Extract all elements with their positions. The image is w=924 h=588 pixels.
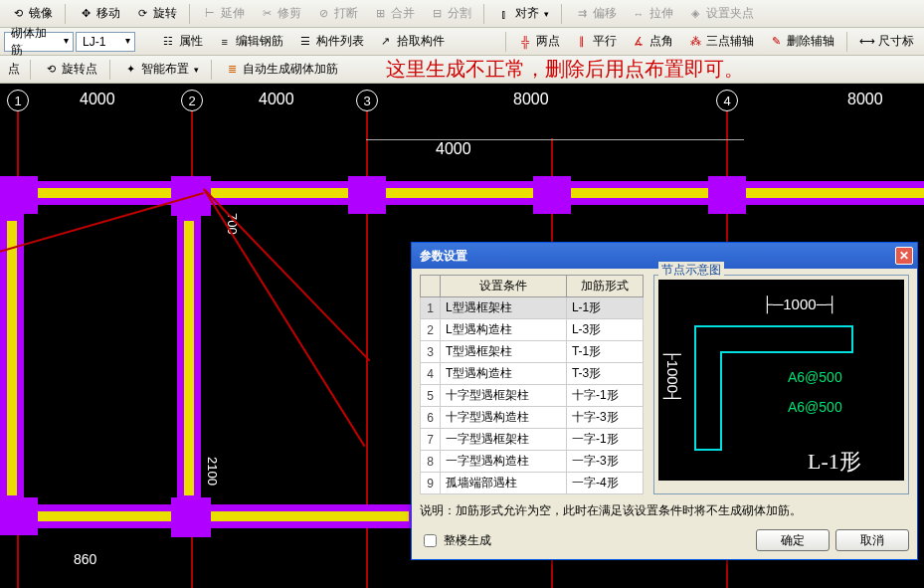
beam-b2: [205, 511, 409, 521]
component-combo[interactable]: LJ-1: [76, 32, 135, 52]
extend-button[interactable]: ⊢延伸: [196, 2, 251, 25]
row-index: 2: [421, 319, 441, 341]
break-label: 打断: [334, 5, 358, 22]
pick-icon: ↗: [378, 34, 394, 50]
component-list-button[interactable]: ☰构件列表: [291, 30, 370, 53]
row-condition: 十字型遇构造柱: [441, 407, 567, 429]
split-button[interactable]: ⊟分割: [423, 2, 477, 25]
dropdown-icon: ▾: [194, 65, 199, 75]
table-row[interactable]: 4T型遇构造柱T-3形: [421, 363, 644, 385]
two-point-button[interactable]: ╬两点: [511, 30, 566, 53]
grid-bubble-4: 4: [716, 90, 738, 111]
col-3: [348, 176, 386, 214]
dim-mark-button[interactable]: ⟷尺寸标: [853, 30, 920, 53]
row-index: 3: [421, 341, 441, 363]
vdim-2100: 2100: [205, 457, 220, 486]
table-row[interactable]: 3T型遇框架柱T-1形: [421, 341, 644, 363]
table-row[interactable]: 5十字型遇框架柱十字-1形: [421, 385, 644, 407]
row-form: L-3形: [566, 319, 643, 341]
row-form: L-1形: [566, 297, 643, 319]
pick-label: 拾取构件: [397, 33, 445, 50]
legend-spec-1: A6@500: [788, 369, 842, 385]
legend-spec-2: A6@500: [788, 399, 842, 415]
table-row[interactable]: 6十字型遇构造柱十字-3形: [421, 407, 644, 429]
row-form: 十字-3形: [566, 407, 643, 429]
break-icon: ⊘: [315, 6, 331, 22]
row-form: 一字-3形: [566, 451, 643, 473]
rebar-icon: ≡: [217, 34, 233, 50]
delete-aux-button[interactable]: ✎删除辅轴: [762, 30, 840, 53]
fixture-label: 设置夹点: [706, 5, 754, 22]
rotate-button[interactable]: ⟳旋转: [128, 2, 183, 25]
whole-floor-input[interactable]: [424, 534, 437, 547]
whole-floor-label: 整楼生成: [444, 532, 491, 549]
two-point-label: 两点: [536, 33, 560, 50]
point-angle-button[interactable]: ∡点角: [625, 30, 679, 53]
whole-floor-checkbox[interactable]: 整楼生成: [420, 531, 491, 550]
category-combo[interactable]: 砌体加筋: [4, 32, 74, 52]
table-row[interactable]: 7一字型遇框架柱一字-1形: [421, 429, 644, 451]
stretch-button[interactable]: ↔拉伸: [625, 2, 679, 25]
parallel-button[interactable]: ∥平行: [568, 30, 623, 53]
close-icon: ✕: [899, 249, 909, 263]
table-row[interactable]: 2L型遇构造柱L-3形: [421, 319, 644, 341]
extend-icon: ⊢: [202, 6, 218, 22]
three-point-aux-button[interactable]: ⁂三点辅轴: [681, 30, 760, 53]
move-button[interactable]: ✥移动: [72, 2, 126, 25]
offset-label: 偏移: [593, 5, 617, 22]
auto-icon: ≣: [224, 62, 240, 78]
move-icon: ✥: [78, 6, 93, 22]
table-row[interactable]: 9孤墙端部遇柱一字-4形: [421, 473, 644, 494]
break-button[interactable]: ⊘打断: [309, 2, 364, 25]
extend-label: 延伸: [221, 5, 245, 22]
dim-2: 4000: [259, 91, 294, 108]
rotate-label: 旋转: [153, 5, 177, 22]
mirror-button[interactable]: ⟲镜像: [4, 2, 59, 25]
toolbar-row-1: ⟲镜像 ✥移动 ⟳旋转 ⊢延伸 ✂修剪 ⊘打断 ⊞合并 ⊟分割 ⫿对齐▾ ⇉偏移…: [0, 0, 924, 28]
merge-button[interactable]: ⊞合并: [366, 2, 421, 25]
split-icon: ⊟: [429, 6, 445, 22]
beam-4: [567, 188, 712, 198]
ok-button[interactable]: 确定: [756, 529, 830, 551]
dialog-close-button[interactable]: ✕: [895, 247, 913, 265]
trim-button[interactable]: ✂修剪: [253, 2, 307, 25]
cancel-button[interactable]: 取消: [835, 529, 909, 551]
align-button[interactable]: ⫿对齐▾: [490, 2, 555, 25]
beam-5: [742, 188, 924, 198]
dialog-note: 说明：加筋形式允许为空，此时在满足该设置条件时将不生成砌体加筋。: [420, 502, 909, 519]
smart-layout-button[interactable]: ✦智能布置▾: [116, 58, 205, 81]
mid-dim-line: [366, 139, 744, 140]
align-label: 对齐: [515, 5, 539, 22]
table-row[interactable]: 8一字型遇构造柱一字-3形: [421, 451, 644, 473]
row-index: 8: [421, 451, 441, 473]
fixture-icon: ◈: [687, 6, 703, 22]
auto-gen-button[interactable]: ≣自动生成砌体加筋: [218, 58, 344, 81]
row-form: 十字-1形: [566, 385, 643, 407]
row-form: 一字-1形: [566, 429, 643, 451]
trim-label: 修剪: [277, 5, 301, 22]
table-row[interactable]: 1L型遇框架柱L-1形: [421, 297, 644, 319]
col-4: [708, 176, 746, 214]
legend-form-name: L-1形: [808, 447, 861, 477]
legend-shape-h: [694, 325, 853, 351]
rotate-point-icon: ⟲: [43, 62, 59, 78]
fixture-button[interactable]: ◈设置夹点: [681, 2, 760, 25]
edit-rebar-button[interactable]: ≡编辑钢筋: [211, 30, 289, 53]
offset-button[interactable]: ⇉偏移: [568, 2, 623, 25]
properties-button[interactable]: ☷属性: [154, 30, 209, 53]
grid-bubble-3: 3: [356, 90, 378, 111]
auto-label: 自动生成砌体加筋: [243, 61, 338, 78]
dim-3: 8000: [513, 91, 549, 108]
param-table[interactable]: 设置条件 加筋形式 1L型遇框架柱L-1形2L型遇构造柱L-3形3T型遇框架柱T…: [420, 275, 644, 494]
hdim-860: 860: [74, 551, 96, 567]
row-condition: L型遇框架柱: [441, 297, 567, 319]
row-form: T-1形: [566, 341, 643, 363]
dim-1: 4000: [80, 91, 115, 108]
mirror-label: 镜像: [29, 5, 53, 22]
rotate-point-button[interactable]: ⟲旋转点: [37, 58, 103, 81]
component-list-label: 构件列表: [316, 33, 364, 50]
row-index: 9: [421, 473, 441, 494]
dropdown-icon: ▾: [544, 9, 549, 19]
row-index: 5: [421, 385, 441, 407]
pick-component-button[interactable]: ↗拾取构件: [372, 30, 451, 53]
